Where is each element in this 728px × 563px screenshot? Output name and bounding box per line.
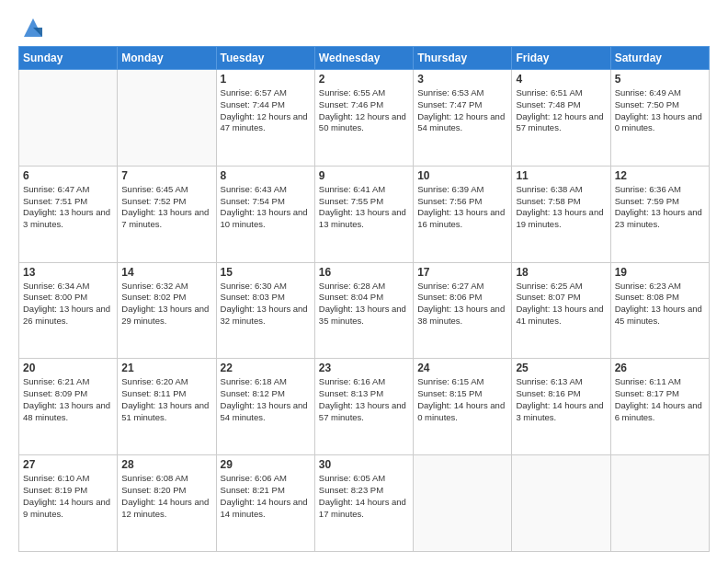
- calendar-cell: [19, 70, 118, 167]
- calendar-cell: 18Sunrise: 6:25 AM Sunset: 8:07 PM Dayli…: [512, 262, 610, 359]
- day-info: Sunrise: 6:47 AM Sunset: 7:51 PM Dayligh…: [23, 184, 113, 231]
- calendar-cell: 14Sunrise: 6:32 AM Sunset: 8:02 PM Dayli…: [118, 262, 216, 359]
- day-number: 16: [319, 266, 409, 279]
- day-number: 11: [516, 169, 606, 182]
- weekday-header-sunday: Sunday: [19, 47, 118, 70]
- day-number: 20: [23, 362, 113, 374]
- logo-icon: [20, 15, 46, 40]
- day-info: Sunrise: 6:39 AM Sunset: 7:56 PM Dayligh…: [417, 184, 507, 231]
- day-info: Sunrise: 6:55 AM Sunset: 7:46 PM Dayligh…: [319, 87, 409, 134]
- day-info: Sunrise: 6:32 AM Sunset: 8:02 PM Dayligh…: [121, 281, 211, 327]
- day-info: Sunrise: 6:41 AM Sunset: 7:55 PM Dayligh…: [319, 184, 409, 231]
- page: SundayMondayTuesdayWednesdayThursdayFrid…: [0, 0, 728, 563]
- calendar-cell: 3Sunrise: 6:53 AM Sunset: 7:47 PM Daylig…: [414, 70, 512, 167]
- day-number: 27: [23, 458, 113, 471]
- calendar-week-row: 20Sunrise: 6:21 AM Sunset: 8:09 PM Dayli…: [19, 359, 710, 455]
- calendar-cell: 11Sunrise: 6:38 AM Sunset: 7:58 PM Dayli…: [512, 166, 610, 262]
- calendar-cell: 4Sunrise: 6:51 AM Sunset: 7:48 PM Daylig…: [512, 70, 610, 167]
- day-info: Sunrise: 6:27 AM Sunset: 8:06 PM Dayligh…: [417, 281, 507, 327]
- logo: [18, 15, 46, 40]
- calendar-cell: 17Sunrise: 6:27 AM Sunset: 8:06 PM Dayli…: [414, 262, 512, 359]
- day-info: Sunrise: 6:15 AM Sunset: 8:15 PM Dayligh…: [417, 376, 507, 423]
- calendar-cell: [118, 70, 216, 167]
- day-number: 26: [615, 362, 705, 374]
- calendar-cell: 12Sunrise: 6:36 AM Sunset: 7:59 PM Dayli…: [610, 166, 709, 262]
- day-number: 18: [516, 266, 606, 279]
- day-number: 30: [319, 458, 409, 471]
- day-info: Sunrise: 6:21 AM Sunset: 8:09 PM Dayligh…: [23, 376, 113, 423]
- weekday-header-friday: Friday: [512, 47, 610, 70]
- day-number: 28: [121, 458, 211, 471]
- day-number: 2: [319, 73, 409, 86]
- calendar-week-row: 6Sunrise: 6:47 AM Sunset: 7:51 PM Daylig…: [19, 166, 710, 262]
- weekday-header-tuesday: Tuesday: [216, 47, 314, 70]
- calendar-cell: 28Sunrise: 6:08 AM Sunset: 8:20 PM Dayli…: [118, 455, 216, 552]
- calendar-cell: 26Sunrise: 6:11 AM Sunset: 8:17 PM Dayli…: [610, 359, 709, 455]
- day-info: Sunrise: 6:57 AM Sunset: 7:44 PM Dayligh…: [221, 87, 311, 134]
- calendar-cell: 20Sunrise: 6:21 AM Sunset: 8:09 PM Dayli…: [19, 359, 118, 455]
- day-number: 21: [121, 362, 211, 374]
- calendar-cell: 8Sunrise: 6:43 AM Sunset: 7:54 PM Daylig…: [216, 166, 314, 262]
- day-number: 17: [417, 266, 507, 279]
- calendar-cell: 21Sunrise: 6:20 AM Sunset: 8:11 PM Dayli…: [118, 359, 216, 455]
- weekday-header-monday: Monday: [118, 47, 216, 70]
- day-number: 9: [319, 169, 409, 182]
- calendar-cell: 30Sunrise: 6:05 AM Sunset: 8:23 PM Dayli…: [314, 455, 413, 552]
- day-info: Sunrise: 6:16 AM Sunset: 8:13 PM Dayligh…: [319, 376, 409, 423]
- day-info: Sunrise: 6:36 AM Sunset: 7:59 PM Dayligh…: [615, 184, 705, 231]
- calendar-cell: 5Sunrise: 6:49 AM Sunset: 7:50 PM Daylig…: [610, 70, 709, 167]
- calendar-table: SundayMondayTuesdayWednesdayThursdayFrid…: [18, 46, 710, 552]
- day-info: Sunrise: 6:18 AM Sunset: 8:12 PM Dayligh…: [221, 376, 311, 423]
- calendar-week-row: 1Sunrise: 6:57 AM Sunset: 7:44 PM Daylig…: [19, 70, 710, 167]
- day-info: Sunrise: 6:49 AM Sunset: 7:50 PM Dayligh…: [615, 87, 705, 134]
- day-number: 3: [417, 73, 507, 86]
- day-info: Sunrise: 6:51 AM Sunset: 7:48 PM Dayligh…: [516, 87, 606, 134]
- day-info: Sunrise: 6:28 AM Sunset: 8:04 PM Dayligh…: [319, 281, 409, 327]
- day-number: 6: [23, 169, 113, 182]
- calendar-cell: 16Sunrise: 6:28 AM Sunset: 8:04 PM Dayli…: [314, 262, 413, 359]
- weekday-header-wednesday: Wednesday: [314, 47, 413, 70]
- calendar-week-row: 27Sunrise: 6:10 AM Sunset: 8:19 PM Dayli…: [19, 455, 710, 552]
- day-number: 19: [615, 266, 705, 279]
- day-info: Sunrise: 6:45 AM Sunset: 7:52 PM Dayligh…: [121, 184, 211, 231]
- day-info: Sunrise: 6:05 AM Sunset: 8:23 PM Dayligh…: [319, 473, 409, 520]
- day-info: Sunrise: 6:20 AM Sunset: 8:11 PM Dayligh…: [121, 376, 211, 423]
- day-number: 4: [516, 73, 606, 86]
- day-number: 1: [221, 73, 311, 86]
- day-info: Sunrise: 6:23 AM Sunset: 8:08 PM Dayligh…: [615, 281, 705, 327]
- calendar-cell: 2Sunrise: 6:55 AM Sunset: 7:46 PM Daylig…: [314, 70, 413, 167]
- weekday-header-thursday: Thursday: [414, 47, 512, 70]
- day-number: 24: [417, 362, 507, 374]
- calendar-cell: 6Sunrise: 6:47 AM Sunset: 7:51 PM Daylig…: [19, 166, 118, 262]
- day-info: Sunrise: 6:38 AM Sunset: 7:58 PM Dayligh…: [516, 184, 606, 231]
- calendar-cell: [610, 455, 709, 552]
- day-number: 29: [221, 458, 311, 471]
- day-number: 22: [221, 362, 311, 374]
- calendar-cell: 24Sunrise: 6:15 AM Sunset: 8:15 PM Dayli…: [414, 359, 512, 455]
- weekday-header-saturday: Saturday: [610, 47, 709, 70]
- calendar-cell: 25Sunrise: 6:13 AM Sunset: 8:16 PM Dayli…: [512, 359, 610, 455]
- day-number: 14: [121, 266, 211, 279]
- header: [18, 15, 710, 40]
- calendar-cell: 10Sunrise: 6:39 AM Sunset: 7:56 PM Dayli…: [414, 166, 512, 262]
- day-number: 15: [221, 266, 311, 279]
- day-number: 23: [319, 362, 409, 374]
- calendar-cell: 29Sunrise: 6:06 AM Sunset: 8:21 PM Dayli…: [216, 455, 314, 552]
- day-info: Sunrise: 6:11 AM Sunset: 8:17 PM Dayligh…: [615, 376, 705, 423]
- day-number: 25: [516, 362, 606, 374]
- day-info: Sunrise: 6:43 AM Sunset: 7:54 PM Dayligh…: [221, 184, 311, 231]
- day-info: Sunrise: 6:06 AM Sunset: 8:21 PM Dayligh…: [221, 473, 311, 520]
- day-info: Sunrise: 6:34 AM Sunset: 8:00 PM Dayligh…: [23, 281, 113, 327]
- calendar-cell: [414, 455, 512, 552]
- day-info: Sunrise: 6:53 AM Sunset: 7:47 PM Dayligh…: [417, 87, 507, 134]
- calendar-cell: 13Sunrise: 6:34 AM Sunset: 8:00 PM Dayli…: [19, 262, 118, 359]
- calendar-cell: 9Sunrise: 6:41 AM Sunset: 7:55 PM Daylig…: [314, 166, 413, 262]
- day-number: 10: [417, 169, 507, 182]
- day-info: Sunrise: 6:30 AM Sunset: 8:03 PM Dayligh…: [221, 281, 311, 327]
- calendar-cell: 1Sunrise: 6:57 AM Sunset: 7:44 PM Daylig…: [216, 70, 314, 167]
- day-info: Sunrise: 6:13 AM Sunset: 8:16 PM Dayligh…: [516, 376, 606, 423]
- calendar-cell: 19Sunrise: 6:23 AM Sunset: 8:08 PM Dayli…: [610, 262, 709, 359]
- calendar-cell: 22Sunrise: 6:18 AM Sunset: 8:12 PM Dayli…: [216, 359, 314, 455]
- day-number: 5: [615, 73, 705, 86]
- calendar-cell: 23Sunrise: 6:16 AM Sunset: 8:13 PM Dayli…: [314, 359, 413, 455]
